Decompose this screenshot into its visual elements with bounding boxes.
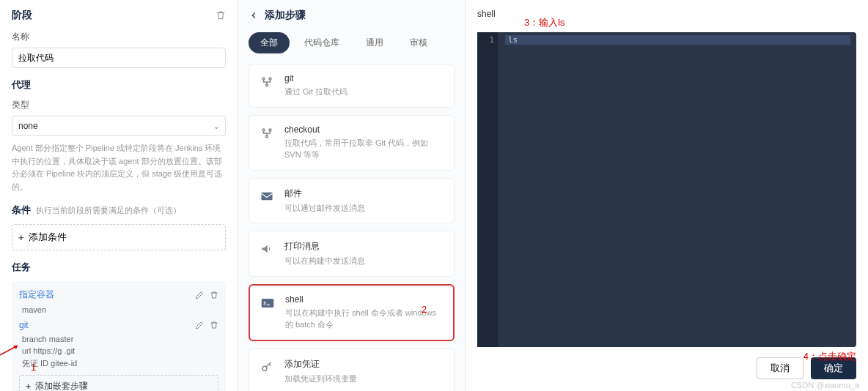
svg-point-6 <box>269 129 271 131</box>
branch-icon <box>258 73 276 91</box>
svg-point-3 <box>269 78 271 80</box>
name-label: 名称 <box>12 31 226 43</box>
condition-hint: 执行当前阶段所需要满足的条件（可选） <box>36 206 181 215</box>
step-title: 邮件 <box>284 187 445 200</box>
tab-all[interactable]: 全部 <box>249 32 290 53</box>
step-title: git <box>284 73 445 83</box>
chevron-down-icon: ⌄ <box>213 122 219 130</box>
step-desc: 可以通过邮件发送消息 <box>284 202 445 215</box>
editor-gutter: 1 <box>477 32 499 347</box>
watermark: CSDN @xiaomu_a <box>791 381 859 390</box>
trash-icon[interactable] <box>216 10 226 21</box>
annotation-4: 4：点击确定 <box>803 350 856 363</box>
type-value: none <box>18 121 38 131</box>
type-select[interactable]: none ⌄ <box>12 116 226 136</box>
annotation-1: 1 <box>31 362 36 373</box>
task-container: 指定容器 maven git branch master url https:/… <box>12 281 226 391</box>
add-condition-label: 添加条件 <box>29 231 67 244</box>
svg-rect-8 <box>262 192 273 200</box>
cancel-button[interactable]: 取消 <box>757 357 803 379</box>
step-title: 添加凭证 <box>284 358 445 370</box>
step-desc: 通过 Git 拉取代码 <box>284 86 445 98</box>
mail-icon <box>258 187 276 205</box>
step-checkout[interactable]: checkout 拉取代码，常用于拉取非 Git 代码，例如 SVN 等等 <box>249 115 455 171</box>
svg-point-7 <box>266 135 268 138</box>
step-title: checkout <box>284 124 445 135</box>
annotation-3: 3：输入ls <box>524 16 565 29</box>
add-nested-label: 添加嵌套步骤 <box>35 380 88 391</box>
task-detail: branch master <box>22 335 218 343</box>
plus-icon: + <box>26 381 31 391</box>
task-detail: 凭证 ID gitee-id <box>22 358 218 369</box>
task-name[interactable]: 指定容器 <box>19 288 54 301</box>
agent-help: Agent 部分指定整个 Pipeline 或特定阶段将在 Jenkins 环境… <box>12 142 226 193</box>
task-name[interactable]: git <box>19 320 29 330</box>
add-condition-button[interactable]: + 添加条件 <box>12 224 226 250</box>
code-editor[interactable]: 1 ls <box>477 32 856 347</box>
svg-point-4 <box>266 84 268 86</box>
edit-icon[interactable] <box>195 321 204 329</box>
task-title: 任务 <box>12 261 226 274</box>
plus-icon: + <box>18 232 24 243</box>
back-arrow-icon[interactable] <box>249 10 259 21</box>
agent-title: 代理 <box>12 78 226 92</box>
annotation-arrow <box>0 343 21 357</box>
step-title: shell <box>285 294 444 305</box>
svg-rect-9 <box>262 299 274 308</box>
line-number: 1 <box>482 35 494 45</box>
add-step-title: 添加步骤 <box>265 9 306 22</box>
step-title: 打印消息 <box>284 240 445 253</box>
code-line: ls <box>505 35 850 45</box>
task-detail: maven <box>22 305 218 314</box>
step-desc: 加载凭证到环境变量 <box>284 373 445 385</box>
branch-icon <box>258 124 276 142</box>
svg-point-2 <box>262 78 265 80</box>
horn-icon <box>258 240 276 258</box>
svg-point-5 <box>262 129 265 131</box>
name-input[interactable] <box>12 48 226 68</box>
step-print[interactable]: 打印消息 可以在构建中发送消息 <box>249 231 455 277</box>
tab-repo[interactable]: 代码仓库 <box>293 32 351 53</box>
stage-title: 阶段 <box>12 9 32 22</box>
step-desc: 可以在构建中执行 shell 命令或者 windows 的 batch 命令 <box>285 307 444 331</box>
step-mail[interactable]: 邮件 可以通过邮件发送消息 <box>249 178 455 224</box>
trash-icon[interactable] <box>210 291 218 299</box>
trash-icon[interactable] <box>210 321 218 329</box>
type-label: 类型 <box>12 99 226 111</box>
svg-point-10 <box>262 366 267 370</box>
terminal-icon <box>259 294 276 312</box>
key-icon <box>258 358 276 376</box>
step-desc: 拉取代码，常用于拉取非 Git 代码，例如 SVN 等等 <box>284 137 445 161</box>
step-credential[interactable]: 添加凭证 加载凭证到环境变量 <box>249 349 455 392</box>
editor-content[interactable]: ls <box>499 32 856 347</box>
annotation-2: 2 <box>422 304 427 315</box>
edit-icon[interactable] <box>195 291 204 299</box>
task-detail: url https://g .git <box>22 346 218 355</box>
tab-review[interactable]: 审核 <box>398 32 439 53</box>
step-git[interactable]: git 通过 Git 拉取代码 <box>249 64 455 108</box>
step-desc: 可以在构建中发送消息 <box>284 255 445 267</box>
add-nested-step-button[interactable]: + 添加嵌套步骤 <box>19 375 218 391</box>
tab-general[interactable]: 通用 <box>354 32 395 53</box>
condition-title: 条件 <box>12 204 31 215</box>
